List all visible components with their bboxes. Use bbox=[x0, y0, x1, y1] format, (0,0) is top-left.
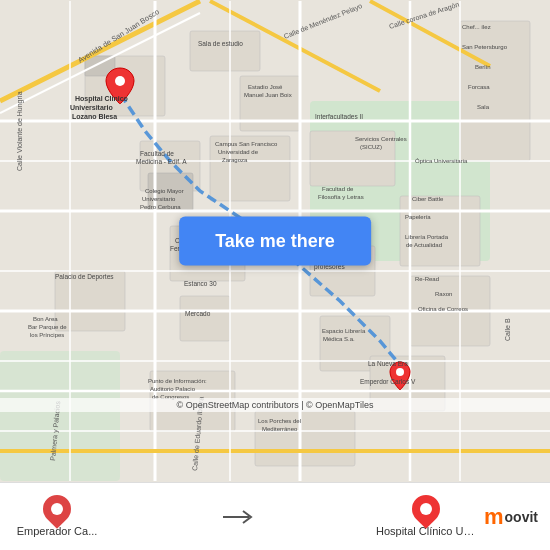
bottom-bar: Emperador Ca... Hospital Clínico Univers… bbox=[0, 482, 550, 550]
svg-text:Calle Violante de Hungría: Calle Violante de Hungría bbox=[16, 91, 24, 171]
moovit-logo-area: m oovit bbox=[476, 504, 538, 530]
svg-text:Zaragoza: Zaragoza bbox=[222, 157, 248, 163]
svg-text:Interfacultades II: Interfacultades II bbox=[315, 113, 363, 120]
svg-text:Mediterráneo: Mediterráneo bbox=[262, 426, 298, 432]
svg-text:Espacio Librería: Espacio Librería bbox=[322, 328, 366, 334]
svg-text:Bar Parque de: Bar Parque de bbox=[28, 324, 67, 330]
route-arrow-icon bbox=[221, 508, 257, 526]
svg-text:Punto de Información:: Punto de Información: bbox=[148, 378, 207, 384]
svg-rect-13 bbox=[180, 296, 230, 341]
svg-text:Sala de estudio: Sala de estudio bbox=[198, 40, 243, 47]
take-me-there-button[interactable]: Take me there bbox=[179, 217, 371, 266]
svg-text:La Nueva Era: La Nueva Era bbox=[368, 360, 408, 367]
svg-text:Universidad de: Universidad de bbox=[218, 149, 259, 155]
svg-rect-12 bbox=[55, 271, 125, 331]
svg-text:Calle B: Calle B bbox=[504, 318, 511, 341]
svg-text:Campus San Francisco: Campus San Francisco bbox=[215, 141, 278, 147]
svg-text:de Actualidad: de Actualidad bbox=[406, 242, 442, 248]
svg-text:Bon Area: Bon Area bbox=[33, 316, 58, 322]
svg-text:Los Porches del: Los Porches del bbox=[258, 418, 301, 424]
svg-point-42 bbox=[396, 368, 404, 376]
svg-text:Médica S.a.: Médica S.a. bbox=[323, 336, 355, 342]
svg-text:los Príncipes: los Príncipes bbox=[30, 332, 64, 338]
svg-text:Óptica Universitaria: Óptica Universitaria bbox=[415, 158, 468, 164]
svg-text:Librería Portada: Librería Portada bbox=[405, 234, 449, 240]
svg-text:Pedro Cerbuna: Pedro Cerbuna bbox=[140, 204, 181, 210]
svg-text:Filosofía y Letras: Filosofía y Letras bbox=[318, 194, 364, 200]
svg-text:Auditorio Palacio: Auditorio Palacio bbox=[150, 386, 196, 392]
svg-text:Sala: Sala bbox=[477, 104, 490, 110]
map-container[interactable]: Avenida de San Juan Bosco Calle de Menén… bbox=[0, 0, 550, 482]
svg-rect-5 bbox=[190, 31, 260, 71]
map-attribution: © OpenStreetMap contributors | © OpenMap… bbox=[0, 398, 550, 412]
svg-text:Hospital Clínico: Hospital Clínico bbox=[75, 95, 128, 103]
to-location-icon bbox=[406, 489, 446, 529]
svg-text:Colegio Mayor: Colegio Mayor bbox=[145, 188, 184, 194]
svg-text:Forcasa: Forcasa bbox=[468, 84, 490, 90]
svg-text:Oficina de Correos: Oficina de Correos bbox=[418, 306, 468, 312]
svg-rect-2 bbox=[0, 351, 120, 481]
svg-text:Servicios Centrales: Servicios Centrales bbox=[355, 136, 407, 142]
svg-text:San Petersburgo: San Petersburgo bbox=[462, 44, 508, 50]
moovit-m: m bbox=[484, 504, 503, 530]
svg-text:Re-Read: Re-Read bbox=[415, 276, 439, 282]
svg-text:Berlín: Berlín bbox=[475, 64, 491, 70]
svg-text:Papelería: Papelería bbox=[405, 214, 431, 220]
svg-text:Estadio José: Estadio José bbox=[248, 84, 283, 90]
svg-text:(SICUZ): (SICUZ) bbox=[360, 144, 382, 150]
moovit-oovit: oovit bbox=[505, 509, 538, 525]
svg-rect-21 bbox=[460, 21, 530, 161]
svg-text:Facultad de: Facultad de bbox=[322, 186, 354, 192]
svg-text:Lozano Blesa: Lozano Blesa bbox=[72, 113, 117, 120]
svg-text:Estanco 30: Estanco 30 bbox=[184, 280, 217, 287]
from-location-icon bbox=[37, 489, 77, 529]
svg-rect-15 bbox=[400, 196, 480, 266]
app: Avenida de San Juan Bosco Calle de Menén… bbox=[0, 0, 550, 550]
route-to: Hospital Clínico Universitario Loz... bbox=[376, 495, 476, 538]
svg-text:Medicina - Edif. A: Medicina - Edif. A bbox=[136, 158, 187, 165]
svg-text:Ciber Battle: Ciber Battle bbox=[412, 196, 444, 202]
svg-text:Chef... ílez: Chef... ílez bbox=[462, 24, 491, 30]
route-from: Emperador Ca... bbox=[12, 495, 102, 538]
svg-point-41 bbox=[115, 76, 125, 86]
svg-text:Emperdor Carlos V: Emperdor Carlos V bbox=[360, 378, 416, 386]
svg-text:Universitario: Universitario bbox=[142, 196, 176, 202]
svg-text:Universitario: Universitario bbox=[70, 104, 113, 111]
svg-text:Palacio de Deportes: Palacio de Deportes bbox=[55, 273, 114, 281]
arrow-area bbox=[106, 508, 372, 526]
svg-text:Raxon: Raxon bbox=[435, 291, 452, 297]
svg-text:Mercado: Mercado bbox=[185, 310, 211, 317]
moovit-logo: m oovit bbox=[484, 504, 538, 530]
svg-text:Manuel Juan Boix: Manuel Juan Boix bbox=[244, 92, 292, 98]
svg-text:Facultad de: Facultad de bbox=[140, 150, 174, 157]
